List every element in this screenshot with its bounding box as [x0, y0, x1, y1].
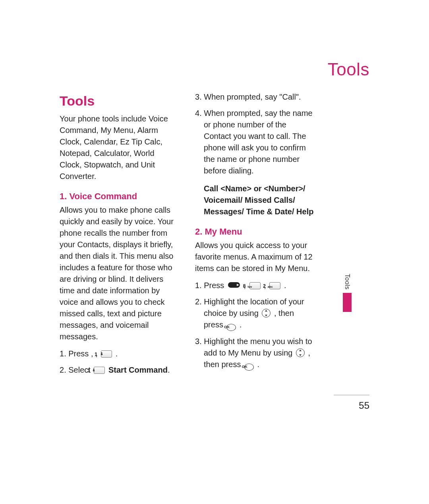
- key-8-icon: 8 tuv: [249, 282, 261, 289]
- key-digit: 1: [87, 368, 90, 373]
- voice-command-step-1: Press , , 1 .: [60, 348, 178, 360]
- key-digit: 2: [263, 283, 266, 289]
- key-1-glyph-icon: [100, 352, 103, 356]
- key-digit: 1: [95, 352, 97, 357]
- voice-command-step-4: When prompted, say the name or phone num…: [195, 108, 314, 177]
- text: .: [116, 349, 118, 358]
- running-head: Tools: [328, 60, 369, 79]
- my-menu-step-2: Highlight the location of your choice by…: [195, 296, 314, 331]
- svg-point-0: [101, 352, 102, 354]
- section-heading-tools: Tools: [60, 91, 178, 111]
- nav-up-down-icon: [296, 348, 305, 357]
- key-1-icon: 1: [94, 367, 105, 374]
- voice-command-step-3: When prompted, say "Call".: [195, 91, 314, 103]
- key-1-icon: 1: [101, 350, 112, 358]
- my-menu-step-1: Press , 8 tuv , 2 abc .: [195, 280, 314, 291]
- page-number: 55: [359, 400, 369, 411]
- tools-intro: Your phone tools include Voice Command, …: [60, 113, 178, 182]
- text: .: [168, 365, 170, 374]
- svg-point-2: [93, 369, 95, 370]
- body-content: Tools Your phone tools include Voice Com…: [60, 91, 314, 379]
- section-heading-my-menu: 2. My Menu: [195, 225, 314, 238]
- footer-rule: [334, 395, 369, 395]
- text: Press: [204, 281, 226, 290]
- svg-rect-1: [101, 354, 102, 355]
- key-letters: tuv: [247, 285, 252, 288]
- voice-command-intro: Allows you to make phone calls quickly a…: [60, 204, 178, 342]
- text: .: [284, 281, 286, 290]
- bold-label: Start Command: [108, 365, 168, 374]
- voice-command-step-2: Select 1 Start Command.: [60, 364, 178, 376]
- key-1-glyph-icon: [92, 368, 95, 372]
- section-tab-label: Tools: [344, 274, 351, 290]
- key-digit: 8: [243, 283, 246, 289]
- ok-key-icon: OK: [244, 364, 254, 371]
- ok-key-icon: OK: [226, 324, 236, 331]
- menu-key-icon: [228, 282, 240, 288]
- key-2-icon: 2 abc: [269, 282, 280, 289]
- section-heading-voice-command: 1. Voice Command: [60, 190, 178, 203]
- voice-command-commands-block: Call <Name> or <Number>/ Voicemail/ Miss…: [195, 183, 314, 217]
- text: .: [240, 320, 242, 329]
- text: Press: [68, 349, 91, 358]
- my-menu-steps: Press , 8 tuv , 2 abc . Highlight the lo…: [195, 280, 314, 371]
- my-menu-intro: Allows you quick access to your favorite…: [195, 240, 314, 274]
- manual-page: Tools Tools Your phone tools include Voi…: [0, 0, 429, 504]
- key-letters: abc: [268, 285, 273, 288]
- svg-rect-3: [93, 370, 95, 371]
- text: .: [257, 360, 260, 369]
- section-tab: Tools: [343, 274, 352, 312]
- my-menu-step-3: Highlight the menu you wish to add to My…: [195, 336, 314, 371]
- nav-up-down-icon: [262, 309, 271, 317]
- section-tab-marker: [343, 293, 352, 312]
